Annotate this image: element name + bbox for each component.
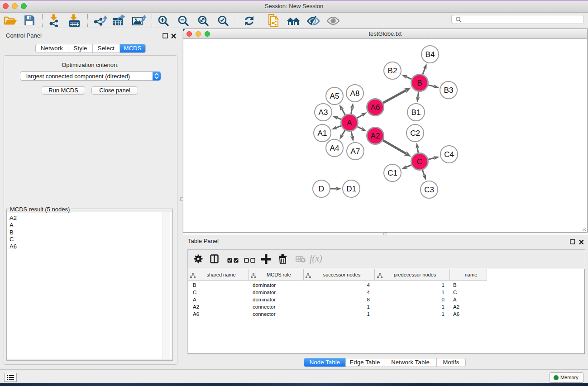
svg-text:A7: A7 bbox=[351, 147, 360, 156]
svg-text:B4: B4 bbox=[425, 50, 435, 59]
svg-text:A8: A8 bbox=[350, 89, 360, 98]
svg-text:A3: A3 bbox=[319, 108, 328, 117]
svg-text:B1: B1 bbox=[411, 108, 421, 117]
svg-text:C4: C4 bbox=[444, 150, 454, 159]
svg-text:A5: A5 bbox=[330, 92, 339, 100]
svg-text:B3: B3 bbox=[444, 86, 454, 95]
svg-text:D: D bbox=[319, 185, 324, 193]
svg-text:A1: A1 bbox=[318, 129, 327, 138]
svg-text:C: C bbox=[417, 157, 422, 166]
svg-text:C1: C1 bbox=[387, 169, 397, 177]
svg-text:B2: B2 bbox=[388, 67, 397, 75]
svg-text:A4: A4 bbox=[330, 144, 339, 152]
svg-text:A6: A6 bbox=[371, 103, 380, 112]
svg-text:B: B bbox=[417, 79, 422, 87]
svg-text:C3: C3 bbox=[424, 186, 434, 194]
svg-text:A2: A2 bbox=[371, 132, 380, 140]
svg-text:A: A bbox=[347, 119, 352, 127]
svg-text:C2: C2 bbox=[410, 129, 420, 138]
svg-text:D1: D1 bbox=[346, 185, 356, 193]
